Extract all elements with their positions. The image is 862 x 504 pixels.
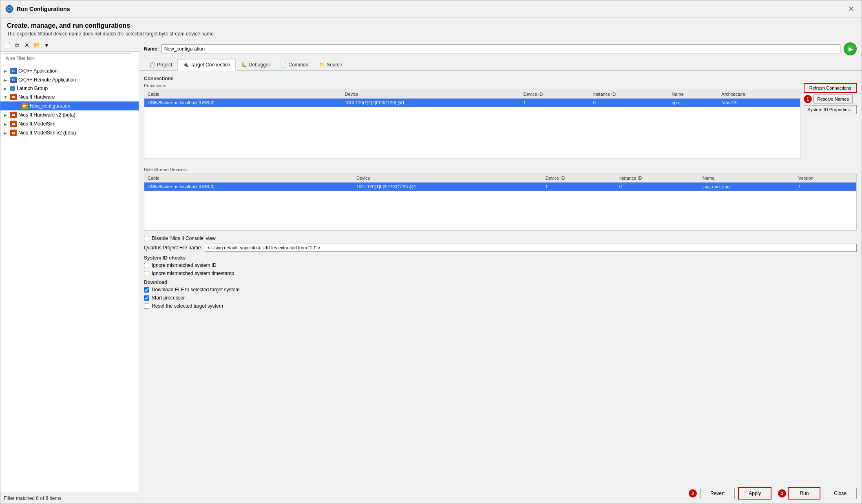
tab-target-connection[interactable]: 🔌 Target Connection [177,59,235,71]
refresh-connections-button[interactable]: Refresh Connections [804,83,857,93]
left-toolbar: 📄 ⧉ ✕ 📂 ▾ [0,39,139,52]
ignore-mismatch-checkbox[interactable] [144,263,149,268]
ignore-mismatch-row: Ignore mismatched system ID [144,262,857,268]
sidebar-item-label: Launch Group [17,86,48,91]
sidebar-item-label: Nios II Hardware v2 (beta) [18,112,75,118]
table-row[interactable]: USB-Blaster on localhost [USB-0] 10CL120… [144,183,856,191]
start-processor-checkbox[interactable] [144,295,149,301]
filter-status: Filter matched 8 of 8 items [0,493,139,504]
cell-name: cpu [668,99,718,107]
col-name: Name [668,90,718,99]
byte-stream-header-row: Cable Device Device ID Instance ID Name … [144,174,856,183]
cell-device-id: 1 [520,99,590,107]
col-cable: Cable [144,174,353,183]
quartus-input[interactable] [205,244,857,252]
launch-icon [10,86,15,91]
system-id-properties-button[interactable]: System ID Properties... [804,105,857,114]
config-name-input[interactable] [161,44,840,53]
svg-rect-15 [11,130,16,135]
reset-target-label[interactable]: Reset the selected target system [152,303,223,309]
connections-area: Processors: Cable Device Device ID Insta [144,83,857,164]
close-button[interactable]: ✕ [846,4,857,14]
col-device: Device [342,90,520,99]
cell-instance-id: 0 [590,99,669,107]
byte-stream-label: Byte Stream Devices: [144,167,857,172]
new-config-icon [22,103,28,109]
download-elf-checkbox[interactable] [144,287,149,293]
connections-section: Connections Processors: Cab [144,76,857,231]
sidebar-item-nios2-modelsim-v2[interactable]: ▶ Nios II ModelSim v2 (beta) [0,128,139,137]
tree-area[interactable]: ▶ C C/C++ Application ▶ C C/C++ Remote A… [0,65,139,493]
filter-button[interactable]: 📂 [32,41,41,50]
close-button[interactable]: Close [824,488,857,499]
processors-header-row: Cable Device Device ID Instance ID Name … [144,90,800,99]
connections-right-buttons: Refresh Connections 1 Resolve Names Syst… [804,83,857,164]
col-name: Name [699,174,795,183]
reset-target-checkbox[interactable] [144,304,149,309]
delete-button[interactable]: ✕ [22,41,31,50]
main-content: 📄 ⧉ ✕ 📂 ▾ ▶ C C/C++ Application [0,39,862,504]
app-icon [5,5,13,13]
sidebar-item-nios2-hw-v2[interactable]: ▶ Nios II Hardware v2 (beta) [0,110,139,119]
search-input[interactable] [3,53,131,63]
header-title: Create, manage, and run configurations [7,22,855,29]
expand-icon: ▶ [4,131,9,135]
cell-name: jtag_uart_jtag [699,183,795,191]
run-button[interactable]: Run [788,487,820,500]
download-elf-label[interactable]: Download ELF to selected target system [152,287,239,293]
quartus-label: Quartus Project File name: [144,245,202,251]
nios-icon [10,94,17,100]
svg-rect-14 [12,124,15,125]
svg-rect-10 [12,114,15,115]
svg-rect-9 [11,112,16,117]
revert-button[interactable]: Revert [700,488,735,499]
sidebar-item-cpp-remote[interactable]: ▶ C C/C++ Remote Application [0,75,139,84]
badge-2: 2 [689,489,697,497]
badge-3: 3 [778,489,786,497]
nios-icon [10,112,17,118]
sidebar-item-launch-group[interactable]: ▶ Launch Group [0,84,139,92]
ignore-mismatch-label[interactable]: Ignore mismatched system ID [152,262,217,268]
nios-icon [10,121,17,127]
tab-project[interactable]: 📋 Project [144,59,177,70]
new-config-button[interactable]: 📄 [3,41,12,50]
svg-rect-11 [12,115,15,116]
cpp-app-icon: C [10,68,17,74]
expand-icon: ▶ [4,69,9,73]
more-button[interactable]: ▾ [42,41,51,50]
apply-button[interactable]: Apply [738,487,771,500]
tab-common[interactable]: 📄 Common [275,59,314,70]
sidebar-item-nios2-modelsim[interactable]: ▶ Nios II ModelSim [0,119,139,128]
tab-source[interactable]: 📁 Source [314,59,347,70]
svg-rect-7 [23,105,27,106]
start-processor-row: Start processor [144,295,857,301]
header-area: Create, manage, and run configurations T… [0,18,862,39]
run-icon-button[interactable] [844,42,857,55]
window-title: Run Configurations [17,6,70,12]
ignore-timestamp-row: Ignore mismatched system timestamp [144,271,857,276]
cell-cable: USB-Blaster on localhost [USB-0] [144,99,342,107]
sidebar-item-nios2-hw[interactable]: ▼ Nios II Hardware [0,92,139,101]
sidebar-item-new-config[interactable]: New_configuration [0,101,139,110]
sidebar-item-cpp-app[interactable]: ▶ C C/C++ Application [0,66,139,75]
table-row[interactable]: USB-Blaster on localhost [USB-0] 10CL120… [144,99,800,107]
nios-icon [10,130,17,136]
cell-architecture: Nios2:3 [718,99,800,107]
duplicate-button[interactable]: ⧉ [13,41,22,50]
download-elf-row: Download ELF to selected target system [144,287,857,293]
tab-label: Target Connection [190,62,230,68]
disable-console-label[interactable]: Disable 'Nios II Console' view [152,235,216,241]
run-configurations-window: Run Configurations ✕ Create, manage, and… [0,0,862,504]
start-processor-label[interactable]: Start processor [152,295,185,301]
resolve-names-button[interactable]: Resolve Names [813,95,853,103]
expand-icon: ▶ [4,78,9,82]
svg-rect-5 [12,97,15,98]
sidebar-item-label: C/C++ Application [18,68,57,74]
tab-debugger[interactable]: 🐛 Debugger [236,59,276,70]
ignore-timestamp-checkbox[interactable] [144,271,149,276]
svg-rect-17 [12,133,15,134]
disable-console-checkbox[interactable] [144,236,149,241]
common-tab-icon: 📄 [281,62,287,68]
search-area [0,52,139,65]
ignore-timestamp-label[interactable]: Ignore mismatched system timestamp [152,271,234,276]
